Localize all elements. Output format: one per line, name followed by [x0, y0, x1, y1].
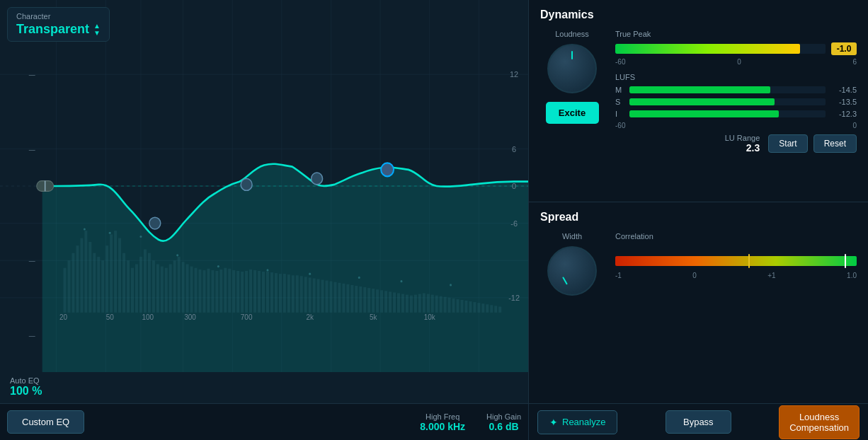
svg-text:20: 20 — [59, 313, 67, 321]
lufs-section: LUFS M -14.5 S — [615, 73, 857, 129]
lufs-m-key: M — [615, 86, 624, 94]
loudness-label: Loudness — [555, 30, 589, 38]
eq-params: High Freq 8.000 kHz High Gain 0.6 dB — [420, 412, 521, 432]
svg-text:50: 50 — [106, 313, 114, 321]
true-peak-label: True Peak — [615, 30, 857, 38]
spread-section: Spread Width Correlation — [529, 202, 868, 404]
high-freq-param: High Freq 8.000 kHz — [420, 412, 465, 432]
excite-button[interactable]: Excite — [546, 102, 599, 124]
lufs-i-fill — [629, 110, 779, 117]
lufs-s-value: -13.5 — [831, 98, 857, 106]
right-panel: Dynamics Loudness Excite True Peak — [528, 0, 868, 440]
character-arrows-icon[interactable]: ▲ ▼ — [93, 23, 101, 37]
loudness-column: Loudness Excite — [540, 30, 604, 154]
reset-button[interactable]: Reset — [813, 134, 857, 153]
custom-eq-button[interactable]: Custom EQ — [7, 410, 84, 434]
corr-scale-right: +1 — [767, 272, 775, 279]
dynamics-section: Dynamics Loudness Excite True Peak — [529, 0, 868, 202]
left-panel: Character Transparent ▲ ▼ — [0, 0, 528, 440]
true-peak-scale: -60 0 6 — [615, 58, 857, 66]
width-knob[interactable] — [547, 246, 597, 296]
spread-content: Width Correlation -1 — [540, 232, 857, 296]
true-peak-column: True Peak -1.0 -60 0 6 LUFS — [615, 30, 857, 154]
true-peak-meter-bg — [615, 44, 826, 54]
svg-point-134 — [381, 163, 394, 176]
loudness-compensation-button[interactable]: Loudness Compensation — [779, 405, 860, 439]
eq-graph: 12 6 0 -6 -12 20 50 100 300 700 2k 5k 10… — [0, 0, 528, 372]
width-knob-marker — [562, 277, 568, 284]
svg-text:10k: 10k — [424, 313, 436, 321]
loudness-knob-marker — [571, 51, 573, 59]
true-peak-fill — [615, 44, 800, 54]
lufs-label: LUFS — [615, 73, 857, 81]
right-bottom-bar: ✦ Reanalyze Bypass Loudness Compensation — [529, 403, 868, 440]
lufs-scale-right: 0 — [852, 122, 857, 129]
high-gain-param: High Gain 0.6 dB — [486, 412, 521, 432]
corr-scale-mid: 0 — [692, 272, 697, 279]
svg-text:—: — — [29, 332, 36, 339]
corr-scale-left: -1 — [615, 272, 622, 279]
loudness-knob[interactable] — [547, 44, 597, 93]
svg-text:—: — — [29, 71, 36, 79]
lu-range-row: LU Range 2.3 Start Reset — [615, 134, 857, 154]
reanalyze-icon: ✦ — [549, 417, 558, 428]
svg-text:-6: -6 — [510, 219, 518, 228]
svg-text:700: 700 — [241, 313, 253, 321]
character-label: Character — [16, 12, 101, 21]
correlation-scale: -1 0 +1 1.0 — [615, 272, 857, 279]
true-peak-scale-left: -60 — [615, 58, 625, 66]
svg-text:0: 0 — [512, 182, 516, 190]
lufs-scale-left: -60 — [615, 122, 625, 129]
start-button[interactable]: Start — [768, 134, 807, 153]
reanalyze-button[interactable]: ✦ Reanalyze — [537, 410, 617, 434]
correlation-column: Correlation -1 0 +1 1.0 — [615, 232, 857, 296]
high-gain-label: High Gain — [486, 412, 521, 421]
lufs-m-bg — [629, 86, 826, 93]
width-label: Width — [562, 232, 582, 241]
lufs-i-key: I — [615, 110, 624, 118]
true-peak-scale-mid: 0 — [737, 58, 741, 66]
correlation-extra-line — [748, 254, 750, 268]
auto-eq-value: 100 % — [10, 385, 518, 398]
svg-point-131 — [149, 217, 161, 229]
lufs-i-bg — [629, 110, 826, 117]
svg-text:—: — — [29, 257, 36, 265]
spread-title: Spread — [540, 211, 857, 224]
high-gain-value: 0.6 dB — [489, 421, 519, 432]
svg-text:-12: -12 — [508, 294, 520, 302]
character-box[interactable]: Character Transparent ▲ ▼ — [7, 7, 110, 42]
character-value: Transparent ▲ ▼ — [16, 22, 101, 37]
lufs-m-row: M -14.5 — [615, 86, 857, 94]
correlation-label: Correlation — [615, 232, 857, 241]
lufs-s-row: S -13.5 — [615, 98, 857, 106]
svg-point-132 — [241, 178, 252, 190]
high-freq-value: 8.000 kHz — [420, 421, 465, 432]
svg-point-133 — [312, 173, 323, 185]
dynamics-title: Dynamics — [540, 8, 857, 21]
lu-range-label: LU Range — [725, 134, 760, 142]
svg-text:12: 12 — [510, 70, 518, 79]
correlation-meter — [615, 256, 857, 266]
lufs-m-fill — [629, 86, 770, 93]
svg-text:6: 6 — [512, 144, 516, 153]
correlation-meter-bg — [615, 256, 857, 266]
lufs-scale: -60 0 — [615, 122, 857, 129]
lufs-i-row: I -12.3 — [615, 110, 857, 118]
svg-text:—: — — [29, 146, 36, 153]
eq-display[interactable]: 12 6 0 -6 -12 20 50 100 300 700 2k 5k 10… — [0, 0, 528, 372]
high-freq-label: High Freq — [426, 412, 459, 421]
bypass-button[interactable]: Bypass — [666, 410, 731, 434]
svg-text:2k: 2k — [306, 313, 314, 321]
svg-text:5k: 5k — [370, 313, 377, 321]
bottom-bar: Custom EQ High Freq 8.000 kHz High Gain … — [0, 403, 528, 440]
true-peak-value: -1.0 — [831, 42, 857, 55]
auto-eq-label: Auto EQ — [10, 376, 518, 385]
width-column: Width — [540, 232, 604, 296]
lufs-m-value: -14.5 — [831, 86, 857, 94]
lufs-s-fill — [629, 98, 775, 105]
lufs-s-key: S — [615, 98, 624, 106]
true-peak-scale-right: 6 — [852, 58, 857, 66]
dynamics-content: Loudness Excite True Peak -1.0 — [540, 30, 857, 154]
svg-text:100: 100 — [142, 313, 154, 321]
lufs-s-bg — [629, 98, 826, 105]
